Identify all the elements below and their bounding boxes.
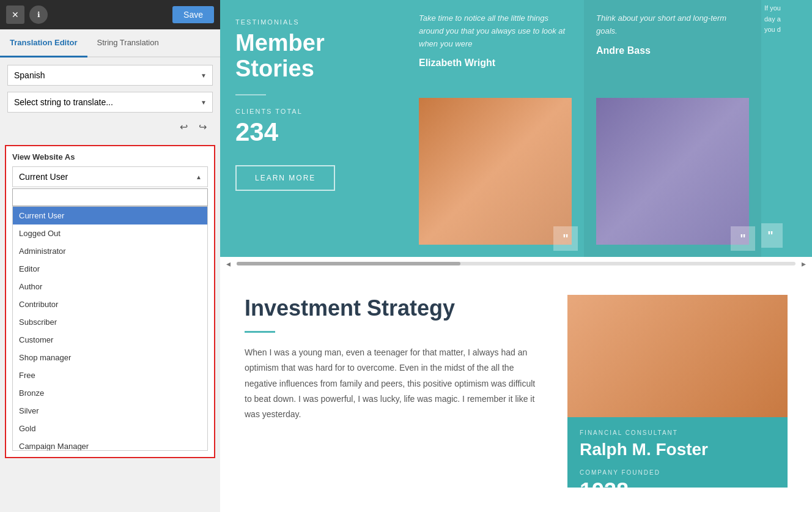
testimonials-section: TESTIMONIALS Member Stories CLIENTS TOTA… [220,0,812,257]
list-item[interactable]: Subscriber [13,313,207,331]
view-as-title: View Website As [12,152,208,161]
bottom-section: Investment Strategy When I was a young m… [220,270,812,512]
list-item[interactable]: Author [13,278,207,295]
language-selector-wrapper: Spanish French German Italian Portuguese [7,65,213,86]
info-button[interactable]: ℹ [29,6,48,24]
panel-content: Spanish French German Italian Portuguese… [0,58,220,143]
top-bar: ✕ ℹ Save [0,0,220,29]
list-item[interactable]: Silver [13,402,207,420]
tabs-bar: Translation Editor String Translation [0,29,220,58]
testimonials-left: TESTIMONIALS Member Stories CLIENTS TOTA… [220,0,407,257]
quote-mark-2: " [731,226,755,251]
testimonial-card-3: If youday ayou d " [761,0,812,257]
learn-more-button[interactable]: LEARN MORE [235,165,335,191]
testimonials-cards: Take time to notice all the little thing… [407,0,812,257]
current-user-select[interactable]: Current User [12,166,208,187]
list-item[interactable]: Logged Out [13,224,207,242]
close-icon: ✕ [12,10,19,20]
title-divider [235,94,266,95]
list-item[interactable]: Bronze [13,384,207,402]
consultant-role: FINANCIAL CONSULTANT [580,429,775,436]
info-icon: ℹ [37,10,40,19]
list-item[interactable]: Administrator [13,242,207,260]
clients-number: 234 [235,117,391,147]
investment-divider [245,331,275,333]
consultant-name: Ralph M. Foster [580,440,775,459]
person-photo-1 [419,98,572,245]
scroll-left-arrow[interactable]: ◂ [226,259,231,269]
scroll-nav: ◂ ▸ [220,257,812,270]
undo-button[interactable]: ↩ [176,119,191,135]
scroll-thumb [237,262,460,265]
company-year: 1938 [580,478,775,488]
language-select[interactable]: Spanish French German Italian Portuguese [7,65,213,86]
company-founded-label: COMPANY FOUNDED [580,469,775,476]
list-item[interactable]: Free [13,366,207,384]
clients-label: CLIENTS TOTAL [235,108,391,115]
investment-text: Investment Strategy When I was a young m… [245,295,543,488]
current-user-select-container: Current User [12,166,208,187]
testimonial-quote-1: Take time to notice all the little thing… [419,12,572,50]
string-selector-wrapper: Select string to translate... [7,92,213,113]
list-item[interactable]: Editor [13,260,207,278]
testimonial-quote-2: Think about your short and long-term goa… [596,12,749,38]
close-button[interactable]: ✕ [6,6,24,24]
save-button[interactable]: Save [172,6,214,23]
list-item[interactable]: Customer [13,331,207,349]
testimonials-title: Member Stories [235,31,391,82]
testimonial-name-2: Andre Bass [596,45,749,56]
consultant-photo [567,295,788,417]
testimonial-card-2: Think about your short and long-term goa… [584,0,761,257]
left-panel: ✕ ℹ Save Translation Editor String Trans… [0,0,220,512]
undo-redo-bar: ↩ ↪ [7,119,213,135]
tab-translation-editor[interactable]: Translation Editor [0,29,87,58]
scroll-track[interactable] [237,262,795,265]
quote-mark-3: " [761,223,783,248]
person-photo-2 [596,98,749,245]
tab-string-translation[interactable]: String Translation [87,29,169,58]
string-select[interactable]: Select string to translate... [7,92,213,113]
investment-body: When I was a young man, even a teenager … [245,345,543,422]
testimonial-name-1: Elizabeth Wright [419,58,572,69]
role-search-input[interactable] [12,188,208,206]
quote-mark-1: " [553,226,578,251]
list-item[interactable]: Shop manager [13,349,207,366]
list-item[interactable]: Gold [13,420,207,437]
partial-text: If youday ayou d [764,3,812,35]
right-content: TESTIMONIALS Member Stories CLIENTS TOTA… [220,0,812,512]
consultant-card: FINANCIAL CONSULTANT Ralph M. Foster COM… [567,295,788,488]
consultant-info: FINANCIAL CONSULTANT Ralph M. Foster COM… [567,417,788,488]
redo-button[interactable]: ↪ [195,119,210,135]
list-item[interactable]: Campaign Manager [13,437,207,451]
testimonial-card-1: Take time to notice all the little thing… [407,0,584,257]
investment-title: Investment Strategy [245,295,543,321]
testimonials-label: TESTIMONIALS [235,18,391,26]
scroll-right-arrow[interactable]: ▸ [802,259,806,269]
view-as-box: View Website As Current User Current Use… [5,145,215,458]
list-item[interactable]: Contributor [13,295,207,313]
list-item[interactable]: Current User [13,207,207,224]
dropdown-list: Current User Logged Out Administrator Ed… [12,206,208,451]
